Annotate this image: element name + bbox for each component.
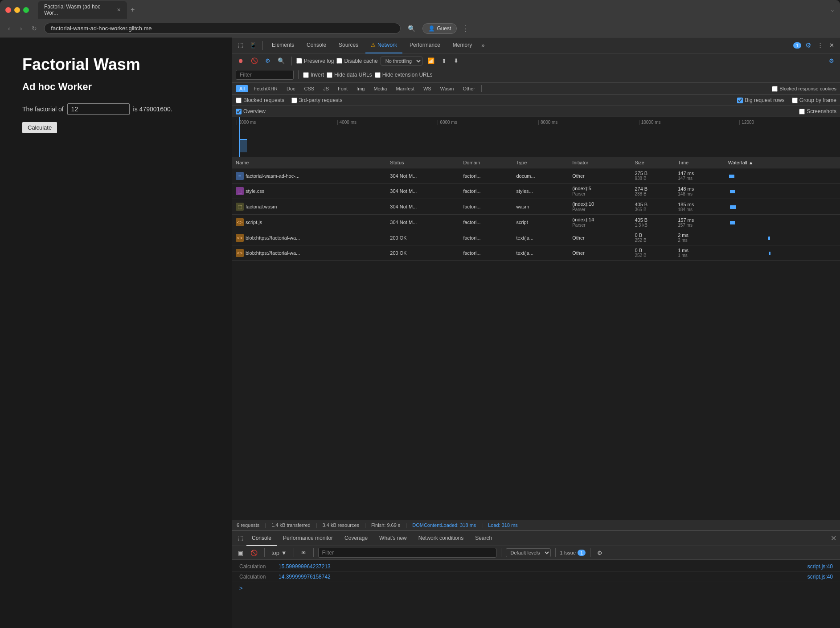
hide-extension-urls-input[interactable] xyxy=(375,72,381,78)
blocked-cookies-input[interactable] xyxy=(772,86,778,92)
console-sidebar-icon[interactable]: ⬚ xyxy=(236,534,246,543)
hide-data-urls-input[interactable] xyxy=(327,72,332,78)
third-party-checkbox[interactable]: 3rd-party requests xyxy=(291,97,342,103)
calculate-button[interactable]: Calculate xyxy=(22,122,57,133)
invert-input[interactable] xyxy=(303,72,309,78)
chip-js[interactable]: JS xyxy=(320,85,332,92)
throttle-select[interactable]: No throttling xyxy=(381,57,422,65)
table-row[interactable]: ⬚ style.css 304 Not M... factori... styl… xyxy=(232,184,840,199)
table-row[interactable]: <> blob:https://factorial-wa... 200 OK f… xyxy=(232,230,840,245)
table-row[interactable]: <> script.js 304 Not M... factori... scr… xyxy=(232,215,840,230)
record-button[interactable]: ⏺ xyxy=(236,56,246,65)
factorial-input[interactable] xyxy=(67,103,130,115)
more-tabs-button[interactable]: » xyxy=(479,41,487,50)
tab-sources[interactable]: Sources xyxy=(333,37,364,53)
group-by-frame-input[interactable] xyxy=(792,98,798,103)
table-row[interactable]: ≡ factorial-wasm-ad-hoc-... 304 Not M...… xyxy=(232,168,840,184)
invert-checkbox[interactable]: Invert xyxy=(303,72,324,78)
tab-performance[interactable]: Performance xyxy=(404,37,446,53)
group-by-frame-checkbox[interactable]: Group by frame xyxy=(792,97,836,103)
tab-console[interactable]: Console xyxy=(301,37,332,53)
forward-button[interactable]: › xyxy=(17,24,25,33)
devtools-device-icon[interactable]: 📱 xyxy=(247,41,259,50)
console-tab-network-conditions[interactable]: Network conditions xyxy=(413,531,469,546)
log-levels-select[interactable]: Default levels xyxy=(506,548,551,557)
minimize-traffic-light[interactable] xyxy=(14,7,20,13)
col-type[interactable]: Type xyxy=(512,157,569,168)
chip-fetch-xhr[interactable]: Fetch/XHR xyxy=(250,85,281,92)
back-button[interactable]: ‹ xyxy=(5,24,13,33)
tab-memory[interactable]: Memory xyxy=(447,37,477,53)
disable-cache-checkbox[interactable]: Disable cache xyxy=(336,58,377,64)
context-selector[interactable]: top ▼ xyxy=(269,548,289,558)
console-row1-link[interactable]: script.js:40 xyxy=(807,563,833,570)
overview-input[interactable] xyxy=(236,109,242,114)
row3-initiator-link[interactable]: (index):10 xyxy=(572,201,594,207)
console-row2-link[interactable]: script.js:40 xyxy=(807,574,833,580)
blocked-cookies-checkbox[interactable]: Blocked response cookies xyxy=(772,86,836,92)
big-rows-input[interactable] xyxy=(737,98,743,103)
tab-close-btn[interactable]: ✕ xyxy=(117,7,121,13)
devtools-more-button[interactable]: ⋮ xyxy=(815,41,825,50)
zoom-button[interactable]: 🔍 xyxy=(405,24,418,33)
col-name[interactable]: Name xyxy=(232,157,386,168)
chip-ws[interactable]: WS xyxy=(420,85,435,92)
chip-font[interactable]: Font xyxy=(334,85,351,92)
chip-doc[interactable]: Doc xyxy=(283,85,299,92)
tab-network[interactable]: ⚠ Network xyxy=(365,37,402,53)
active-tab[interactable]: Factorial Wasm (ad hoc Wor... ✕ xyxy=(38,1,127,19)
maximize-traffic-light[interactable] xyxy=(23,7,29,13)
chip-manifest[interactable]: Manifest xyxy=(392,85,418,92)
screenshots-checkbox[interactable]: Screenshots xyxy=(799,108,836,114)
tab-elements[interactable]: Elements xyxy=(266,37,299,53)
screenshots-input[interactable] xyxy=(799,109,805,114)
console-prompt[interactable]: > xyxy=(232,582,840,594)
offline-icon[interactable]: 📶 xyxy=(425,56,437,65)
console-clear-button[interactable]: 🚫 xyxy=(248,548,260,558)
filter-toggle-button[interactable]: ⚙ xyxy=(263,56,273,65)
chip-all[interactable]: All xyxy=(236,85,248,92)
chip-wasm[interactable]: Wasm xyxy=(437,85,458,92)
address-input[interactable] xyxy=(44,23,401,34)
refresh-button[interactable]: ↻ xyxy=(29,24,40,33)
filter-input[interactable] xyxy=(236,70,294,80)
search-button[interactable]: 🔍 xyxy=(275,56,287,65)
clear-button[interactable]: 🚫 xyxy=(249,56,260,65)
overview-checkbox[interactable]: Overview xyxy=(236,108,266,114)
devtools-inspect-icon[interactable]: ⬚ xyxy=(236,41,246,50)
console-tab-search[interactable]: Search xyxy=(470,531,497,546)
blocked-requests-input[interactable] xyxy=(236,98,242,103)
table-row[interactable]: ⬚ factorial.wasm 304 Not M... factori...… xyxy=(232,199,840,215)
eye-icon-button[interactable]: 👁 xyxy=(299,548,309,558)
console-settings-icon[interactable]: ⚙ xyxy=(595,548,605,558)
console-sidebar-toggle[interactable]: ▣ xyxy=(236,548,246,558)
hide-extension-urls-checkbox[interactable]: Hide extension URLs xyxy=(375,72,433,78)
row4-initiator-link[interactable]: (index):14 xyxy=(572,217,594,222)
col-status[interactable]: Status xyxy=(386,157,459,168)
network-settings-icon[interactable]: ⚙ xyxy=(827,56,836,65)
console-close-button[interactable]: ✕ xyxy=(831,534,836,542)
col-domain[interactable]: Domain xyxy=(459,157,512,168)
download-icon[interactable]: ⬇ xyxy=(451,56,461,65)
chip-media[interactable]: Media xyxy=(370,85,390,92)
console-tab-perf-monitor[interactable]: Performance monitor xyxy=(278,531,338,546)
chip-css[interactable]: CSS xyxy=(301,85,318,92)
chip-img[interactable]: Img xyxy=(353,85,368,92)
preserve-log-checkbox[interactable]: Preserve log xyxy=(296,58,334,64)
chip-other[interactable]: Other xyxy=(459,85,479,92)
upload-icon[interactable]: ⬆ xyxy=(439,56,449,65)
col-initiator[interactable]: Initiator xyxy=(569,157,631,168)
row2-initiator-link[interactable]: (index):5 xyxy=(572,186,591,191)
console-tab-console[interactable]: Console xyxy=(246,531,277,546)
guest-button[interactable]: 👤 Guest xyxy=(422,23,457,34)
col-size[interactable]: Size xyxy=(631,157,674,168)
devtools-close-button[interactable]: ✕ xyxy=(827,41,836,50)
table-row[interactable]: <> blob:https://factorial-wa... 200 OK f… xyxy=(232,245,840,261)
hide-data-urls-checkbox[interactable]: Hide data URLs xyxy=(327,72,372,78)
console-tab-whatsnew[interactable]: What's new xyxy=(374,531,412,546)
close-traffic-light[interactable] xyxy=(5,7,11,13)
col-waterfall[interactable]: Waterfall ▲ xyxy=(725,157,840,168)
blocked-requests-checkbox[interactable]: Blocked requests xyxy=(236,97,284,103)
browser-menu-button[interactable]: ⋮ xyxy=(461,24,469,33)
devtools-settings-button[interactable]: ⚙ xyxy=(803,40,813,51)
